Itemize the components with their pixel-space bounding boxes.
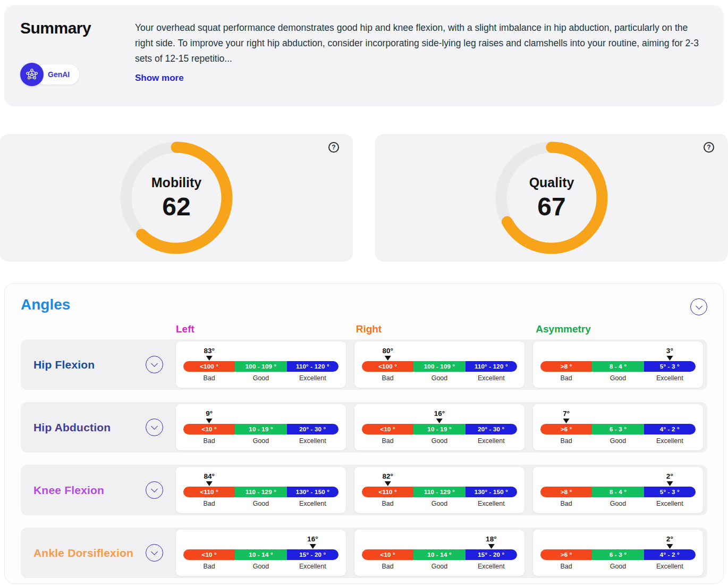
column-header-asymmetry: Asymmetry — [536, 323, 707, 335]
scale-label: Good — [413, 437, 465, 445]
scale-label: Bad — [540, 563, 592, 570]
angles-header: Angles — [21, 296, 707, 315]
quality-gauge: Quality 67 — [495, 141, 608, 254]
value-marker: 83° — [204, 347, 214, 361]
range-segment-good: 8 - 4 ° — [592, 487, 644, 497]
angle-row: Ankle Dorsiflexion16°<10 °10 - 14 °15° -… — [21, 528, 707, 578]
summary-text: Your overhead squat performance demonstr… — [135, 20, 702, 66]
range-segment-excellent: 110° - 120 ° — [465, 361, 517, 372]
range-bar: <10 °10 - 19 °20° - 30 ° — [362, 424, 517, 434]
scale-label: Excellent — [465, 374, 517, 382]
scale-labels: BadGoodExcellent — [540, 374, 696, 382]
angle-row: Knee Flexion84°<110 °110 - 129 °130° - 1… — [21, 465, 707, 515]
scale-labels: BadGoodExcellent — [183, 437, 338, 445]
range-bar: <110 °110 - 129 °130° - 150 ° — [362, 487, 517, 497]
value-marker: 82° — [382, 472, 393, 486]
scale-label: Excellent — [465, 437, 517, 445]
range-segment-excellent: 4° - 2 ° — [644, 424, 696, 434]
scale-labels: BadGoodExcellent — [183, 374, 338, 382]
chevron-down-icon — [696, 303, 702, 310]
measurement-card-asymmetry: 2°>8 °8 - 4 °5° - 3 °BadGoodExcellent — [533, 467, 703, 513]
range-segment-good: 110 - 129 ° — [235, 487, 286, 497]
scale-label: Excellent — [644, 563, 696, 570]
scale-label: Bad — [540, 374, 592, 382]
expand-row-button[interactable] — [146, 356, 163, 373]
range-segment-good: 100 - 109 ° — [413, 361, 465, 372]
value-marker: 18° — [486, 535, 496, 549]
summary-body: Your overhead squat performance demonstr… — [135, 19, 702, 90]
show-more-link[interactable]: Show more — [135, 73, 184, 83]
scale-label: Bad — [183, 563, 235, 570]
gauge-label: Mobility — [151, 175, 201, 190]
collapse-section-button[interactable] — [690, 298, 707, 315]
range-segment-excellent: 5° - 3 ° — [644, 487, 696, 497]
range-segment-excellent: 20° - 30 ° — [287, 424, 338, 434]
range-bar: <100 °100 - 109 °110° - 120 ° — [183, 361, 338, 372]
range-segment-bad: <100 ° — [362, 361, 413, 372]
marker-triangle-icon — [436, 419, 443, 423]
measurement-card-left: 83°<100 °100 - 109 °110° - 120 °BadGoodE… — [176, 341, 346, 388]
range-segment-good: 10 - 14 ° — [235, 549, 286, 560]
marker-zone: 16° — [362, 407, 517, 424]
range-segment-good: 6 - 3 ° — [592, 549, 644, 560]
genai-badge: GenAI — [20, 63, 111, 86]
range-segment-bad: <10 ° — [362, 549, 413, 560]
scale-label: Excellent — [465, 563, 517, 570]
marker-triangle-icon — [309, 544, 316, 549]
help-icon[interactable]: ? — [328, 142, 339, 153]
marker-zone: 3° — [540, 345, 696, 361]
gauge-text: Mobility 62 — [120, 141, 233, 254]
measurement-card-right: 82°<110 °110 - 129 °130° - 150 °BadGoodE… — [354, 467, 524, 513]
chevron-down-icon — [151, 360, 158, 367]
scale-label: Good — [592, 500, 644, 507]
scale-label: Bad — [540, 500, 592, 507]
scale-label: Bad — [183, 374, 235, 382]
range-segment-good: 100 - 109 ° — [235, 361, 286, 372]
gauge-value: 67 — [537, 192, 565, 221]
marker-zone: 7° — [540, 407, 696, 424]
scale-label: Good — [235, 374, 286, 382]
scale-label: Excellent — [644, 500, 696, 507]
marker-zone: 18° — [362, 533, 517, 549]
scale-label: Excellent — [287, 563, 338, 570]
chevron-down-icon — [151, 486, 158, 492]
marker-triangle-icon — [666, 356, 673, 361]
help-icon[interactable]: ? — [704, 142, 714, 153]
range-bar: >8 °8 - 4 °5° - 3 ° — [540, 487, 696, 497]
marker-zone: 80° — [362, 345, 517, 361]
value-marker: 9° — [206, 410, 213, 423]
value-marker: 16° — [307, 535, 318, 549]
range-segment-good: 6 - 3 ° — [592, 424, 644, 434]
scale-label: Bad — [362, 500, 413, 507]
range-segment-bad: <10 ° — [183, 549, 235, 560]
scale-labels: BadGoodExcellent — [183, 563, 338, 570]
value-marker: 3° — [666, 347, 673, 361]
marker-zone: 83° — [183, 345, 338, 361]
angle-value: 9° — [206, 410, 213, 417]
expand-row-button[interactable] — [146, 544, 163, 562]
range-bar: <110 °110 - 129 °130° - 150 ° — [183, 487, 338, 497]
range-segment-bad: >8 ° — [540, 487, 592, 497]
expand-row-button[interactable] — [146, 481, 163, 499]
gauge-value: 62 — [162, 192, 190, 221]
range-segment-bad: >6 ° — [540, 424, 592, 434]
value-marker: 16° — [434, 410, 445, 423]
scale-labels: BadGoodExcellent — [540, 437, 696, 445]
chevron-down-icon — [151, 548, 158, 555]
summary-card: Summary GenAI Your overhead squ — [4, 5, 724, 106]
range-bar: <100 °100 - 109 °110° - 120 ° — [362, 361, 517, 372]
angle-value: 2° — [666, 472, 673, 480]
scale-label: Good — [235, 437, 286, 445]
scale-label: Excellent — [287, 500, 338, 507]
angle-row-header: Hip Flexion — [21, 356, 167, 373]
expand-row-button[interactable] — [146, 419, 163, 436]
angle-row-header: Knee Flexion — [21, 481, 167, 499]
angle-value: 2° — [666, 535, 673, 543]
measurement-card-right: 16°<10 °10 - 19 °20° - 30 °BadGoodExcell… — [354, 404, 524, 450]
range-segment-excellent: 110° - 120 ° — [287, 361, 338, 372]
scale-label: Good — [592, 437, 644, 445]
angle-row-label: Hip Abduction — [33, 421, 111, 434]
scale-label: Excellent — [644, 374, 696, 382]
scale-labels: BadGoodExcellent — [362, 437, 517, 445]
scale-label: Excellent — [465, 500, 517, 507]
